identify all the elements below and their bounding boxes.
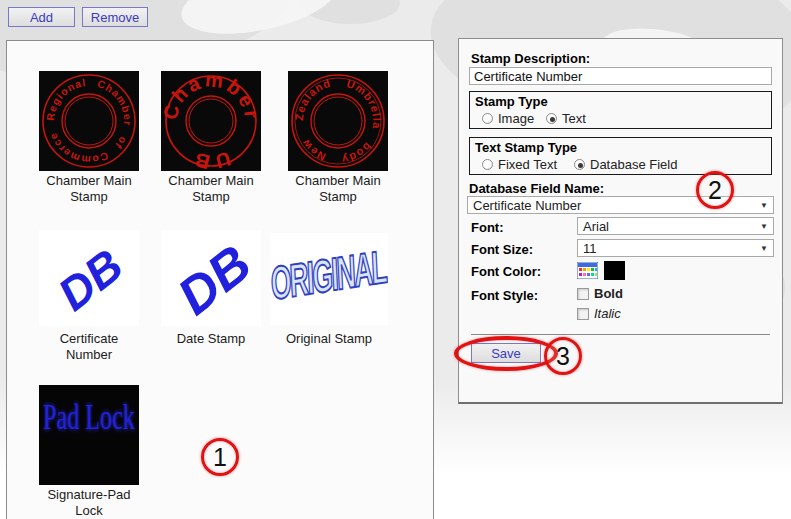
text-stamp-type-fixed-option[interactable]: Fixed Text — [482, 157, 557, 172]
stamp-description-label: Stamp Description: — [471, 51, 590, 66]
chevron-down-icon: ▼ — [760, 201, 768, 210]
bold-checkbox[interactable] — [577, 288, 589, 300]
chevron-down-icon: ▼ — [760, 222, 768, 231]
stamp-thumbnail-date-stamp[interactable]: DB — [161, 230, 261, 326]
pad-lock-stamp-image: Pad Lock Pad Lock — [39, 385, 139, 485]
stamp-thumbnail-certificate-number[interactable]: DB — [39, 230, 139, 326]
text-stamp-type-legend: Text Stamp Type — [475, 140, 577, 155]
stamp-thumbnail-chamber-main-3[interactable]: Zealand Umbrella body New — [288, 71, 388, 171]
db-stamp-image: DB — [161, 230, 261, 326]
stamp-label: Certificate Number — [37, 331, 141, 364]
stamp-type-text-option[interactable]: Text — [546, 111, 586, 126]
annotation-step-2: 2 — [696, 171, 734, 209]
svg-text:Pad Lock: Pad Lock — [43, 397, 135, 437]
stamp-thumbnail-original-stamp[interactable]: ORIGINAL — [270, 233, 388, 325]
stamp-label: Original Stamp — [277, 331, 381, 347]
font-label: Font: — [471, 220, 503, 235]
stamp-type-legend: Stamp Type — [475, 94, 548, 109]
font-style-label: Font Style: — [471, 288, 538, 303]
db-stamp-image: DB — [39, 230, 139, 326]
radio-image-label: Image — [498, 111, 534, 126]
text-stamp-type-group: Text Stamp Type Fixed Text Database Fiel… — [469, 137, 772, 175]
save-button[interactable]: Save — [471, 343, 541, 363]
font-select[interactable]: Arial ▼ — [577, 217, 774, 235]
database-field-name-label: Database Field Name: — [469, 181, 604, 196]
chamber-stamp-image: Zealand Umbrella body New — [288, 71, 388, 171]
color-palette-icon[interactable] — [577, 262, 598, 279]
stamp-type-group: Stamp Type Image Text — [469, 91, 772, 129]
chamber-stamp-image: Chamber UB — [161, 71, 261, 171]
stamp-label: Date Stamp — [159, 331, 263, 347]
bold-checkbox-label: Bold — [594, 286, 623, 301]
bold-option[interactable]: Bold — [577, 286, 623, 301]
remove-button[interactable]: Remove — [82, 7, 148, 27]
annotation-step-1: 1 — [201, 438, 239, 476]
current-font-color-swatch[interactable] — [604, 261, 625, 280]
radio-database-field[interactable] — [574, 159, 585, 170]
font-size-value: 11 — [583, 241, 597, 256]
stamp-properties-panel: Stamp Description: Stamp Type Image Text… — [458, 38, 783, 404]
stamp-type-image-option[interactable]: Image — [482, 111, 534, 126]
original-stamp-image: ORIGINAL — [270, 233, 388, 325]
stamp-thumbnail-chamber-main-2[interactable]: Chamber UB — [161, 71, 261, 171]
stamp-thumbnail-chamber-main-1[interactable]: Regional Chamber of Commerce Auckland — [39, 71, 139, 171]
radio-text-label: Text — [562, 111, 586, 126]
chevron-down-icon: ▼ — [760, 244, 768, 253]
stamp-label: Signature-Pad Lock — [37, 487, 141, 519]
stamp-description-input[interactable] — [469, 67, 772, 85]
radio-image[interactable] — [482, 113, 493, 124]
radio-text[interactable] — [546, 113, 557, 124]
radio-fixed-text[interactable] — [482, 159, 493, 170]
stamp-manager-screen: Add Remove Regional Chamber of Commerce … — [0, 0, 791, 519]
annotation-step-3: 3 — [544, 337, 582, 375]
stamp-label: Chamber Main Stamp — [159, 173, 263, 206]
font-size-label: Font Size: — [471, 242, 533, 257]
radio-database-field-label: Database Field — [590, 157, 677, 172]
database-field-name-value: Certificate Number — [473, 198, 581, 213]
add-button[interactable]: Add — [8, 7, 75, 27]
divider — [471, 334, 770, 335]
stamp-label: Chamber Main Stamp — [286, 173, 390, 206]
stamp-thumbnail-signature-pad-lock[interactable]: Pad Lock Pad Lock — [39, 385, 139, 485]
chamber-stamp-image: Regional Chamber of Commerce Auckland — [39, 71, 139, 171]
radio-fixed-text-label: Fixed Text — [498, 157, 557, 172]
italic-checkbox-label: Italic — [594, 306, 621, 321]
stamp-label: Chamber Main Stamp — [37, 173, 141, 206]
font-value: Arial — [583, 219, 609, 234]
italic-checkbox[interactable] — [577, 308, 589, 320]
font-size-select[interactable]: 11 ▼ — [577, 239, 774, 257]
italic-option[interactable]: Italic — [577, 306, 621, 321]
font-color-label: Font Color: — [471, 264, 541, 279]
text-stamp-type-database-option[interactable]: Database Field — [574, 157, 677, 172]
